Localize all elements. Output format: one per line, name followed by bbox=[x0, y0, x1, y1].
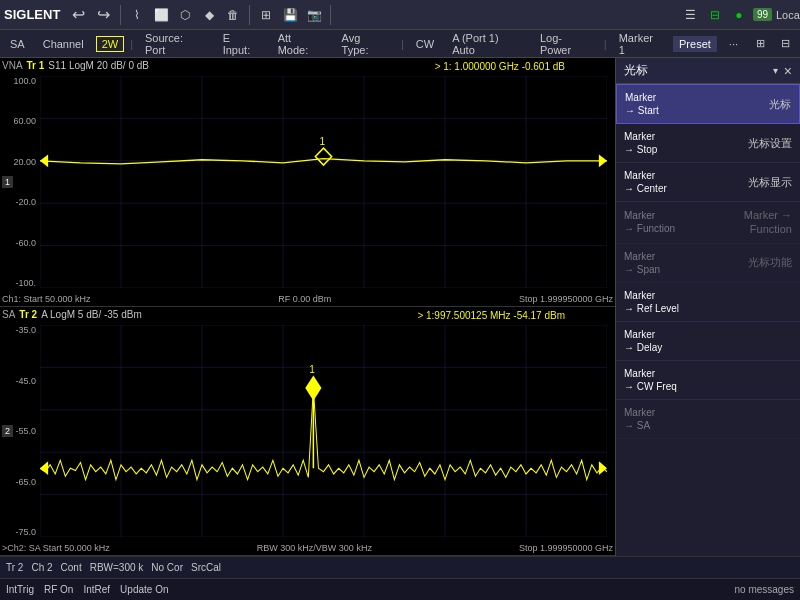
mode-cw[interactable]: CW bbox=[410, 36, 440, 52]
rp-center-label: Marker bbox=[624, 169, 667, 182]
battery-indicator: 99 bbox=[753, 8, 772, 21]
rp-item-marker-span[interactable]: Marker → Span 光标功能 bbox=[616, 244, 800, 283]
source-label[interactable]: Source: Port bbox=[139, 30, 211, 58]
chart1-trace: Tr 1 bbox=[27, 60, 45, 71]
status-rf: RF On bbox=[44, 584, 73, 595]
right-panel: 光标 ▾ × Marker → Start 光标 Marker → Stop 光… bbox=[615, 58, 800, 556]
toolbar: SIGLENT ↩ ↪ ⌇ ⬜ ⬡ ◆ 🗑 ⊞ 💾 📷 ☰ ⊟ ● 99 Loc… bbox=[0, 0, 800, 30]
more-button[interactable]: ··· bbox=[723, 36, 744, 52]
y1-0: 100.0 bbox=[0, 76, 38, 86]
rp-item-marker-function[interactable]: Marker → Function Marker → Function bbox=[616, 202, 800, 244]
chart1-footer: Ch1: Start 50.000 kHz RF 0.00 dBm Stop 1… bbox=[2, 294, 613, 304]
rp-center-arrow: → Center bbox=[624, 182, 667, 195]
save-icon[interactable]: 💾 bbox=[280, 5, 300, 25]
toolbar2: SA Channel 2W | Source: Port E Input: At… bbox=[0, 30, 800, 58]
separator3 bbox=[330, 5, 331, 25]
rp-expand[interactable]: ▾ bbox=[773, 65, 778, 76]
grid-btn[interactable]: ⊞ bbox=[750, 35, 771, 52]
svg-marker-33 bbox=[599, 461, 607, 475]
chart2-rbw: RBW 300 kHz/VBW 300 kHz bbox=[257, 543, 372, 553]
chart2-svg[interactable]: 1 bbox=[40, 325, 607, 537]
y1-4: -60.0 bbox=[0, 238, 38, 248]
camera-icon[interactable]: 📷 bbox=[304, 5, 324, 25]
channel-label[interactable]: Channel bbox=[37, 36, 90, 52]
main-area: 1 VNA Tr 1 S11 LogM 20 dB/ 0 dB > 1: 1.0… bbox=[0, 58, 800, 556]
rp-item-marker-sa[interactable]: Marker → SA bbox=[616, 400, 800, 439]
box-icon[interactable]: ⬜ bbox=[151, 5, 171, 25]
y1-2: 20.00 bbox=[0, 157, 38, 167]
chart2-mode: SA bbox=[2, 309, 15, 320]
status-cor: No Cor bbox=[151, 562, 183, 573]
chart1-num: 1 bbox=[2, 176, 13, 188]
status-srccal: SrcCal bbox=[191, 562, 221, 573]
input-label[interactable]: E Input: bbox=[217, 30, 266, 58]
grid-icon[interactable]: ⊞ bbox=[256, 5, 276, 25]
chart-panel-1: 1 VNA Tr 1 S11 LogM 20 dB/ 0 dB > 1: 1.0… bbox=[0, 58, 615, 307]
svg-marker-15 bbox=[599, 154, 607, 167]
rp-ref-label: Marker bbox=[624, 289, 679, 302]
delete-icon[interactable]: 🗑 bbox=[223, 5, 243, 25]
marker1-label[interactable]: Marker 1 bbox=[613, 30, 667, 58]
rp-item-marker-center[interactable]: Marker → Center 光标显示 bbox=[616, 163, 800, 202]
layout-btn[interactable]: ⊟ bbox=[775, 35, 796, 52]
rp-item-marker-delay[interactable]: Marker → Delay bbox=[616, 322, 800, 361]
rp-item-marker-stop[interactable]: Marker → Stop 光标设置 bbox=[616, 124, 800, 163]
rp-item3-right2: Function bbox=[744, 222, 792, 236]
rp-stop-label: Marker bbox=[624, 130, 657, 143]
sep: | bbox=[130, 38, 133, 50]
rp-item1-right: 光标设置 bbox=[748, 136, 792, 151]
chart1-svg[interactable]: 1 bbox=[40, 76, 607, 288]
mode-sa[interactable]: SA bbox=[4, 36, 31, 52]
rp-item-marker-reflevel[interactable]: Marker → Ref Level bbox=[616, 283, 800, 322]
chart1-start: Ch1: Start 50.000 kHz bbox=[2, 294, 91, 304]
svg-marker-32 bbox=[40, 461, 48, 475]
rp-delay-arrow: → Delay bbox=[624, 341, 662, 354]
charts-area: 1 VNA Tr 1 S11 LogM 20 dB/ 0 dB > 1: 1.0… bbox=[0, 58, 615, 556]
preset-button[interactable]: Preset bbox=[673, 36, 717, 52]
redo-button[interactable]: ↪ bbox=[93, 3, 114, 26]
chart-panel-2: 2 SA Tr 2 A LogM 5 dB/ -35 dBm > 1:997.5… bbox=[0, 307, 615, 556]
log-power[interactable]: Log-Power bbox=[534, 30, 598, 58]
y2-4: -75.0 bbox=[0, 527, 38, 537]
rp-span-label: Marker bbox=[624, 250, 660, 263]
undo-button[interactable]: ↩ bbox=[68, 3, 89, 26]
status-trig: IntTrig bbox=[6, 584, 34, 595]
status-bar-2: IntTrig RF On IntRef Update On no messag… bbox=[0, 578, 800, 600]
menu-icon[interactable]: ☰ bbox=[681, 5, 701, 25]
network-icon[interactable]: ⊟ bbox=[705, 5, 725, 25]
diamond-icon[interactable]: ◆ bbox=[199, 5, 219, 25]
rp-item3-right1: Marker → bbox=[744, 208, 792, 222]
status-tr: Tr 2 bbox=[6, 562, 23, 573]
rp-marker-start-label: Marker bbox=[625, 91, 659, 104]
rp-item-left: Marker → Start bbox=[625, 91, 659, 117]
rp-ref-arrow: → Ref Level bbox=[624, 302, 679, 315]
chart2-trace: Tr 2 bbox=[19, 309, 37, 320]
y1-3: -20.0 bbox=[0, 197, 38, 207]
chart2-stop: Stop 1.999950000 GHz bbox=[519, 543, 613, 553]
rp-item0-right: 光标 bbox=[769, 97, 791, 112]
hex-icon[interactable]: ⬡ bbox=[175, 5, 195, 25]
chart1-grid: 1 bbox=[40, 76, 607, 288]
rp-sa-label: Marker bbox=[624, 406, 655, 419]
rp-item-marker-start[interactable]: Marker → Start 光标 bbox=[616, 84, 800, 124]
chart1-info: S11 LogM 20 dB/ 0 dB bbox=[48, 60, 149, 71]
wifi-icon[interactable]: ● bbox=[729, 5, 749, 25]
sep3: | bbox=[604, 38, 607, 50]
port-label[interactable]: A (Port 1) Auto bbox=[446, 30, 528, 58]
svg-text:1: 1 bbox=[309, 363, 315, 376]
y1-1: 60.00 bbox=[0, 116, 38, 126]
y2-0: -35.0 bbox=[0, 325, 38, 335]
chart1-mode: VNA bbox=[2, 60, 23, 71]
chart2-info: A LogM 5 dB/ -35 dBm bbox=[41, 309, 142, 320]
status-sweep: Cont bbox=[61, 562, 82, 573]
att-label[interactable]: Att Mode: bbox=[272, 30, 330, 58]
chart2-num: 2 bbox=[2, 425, 13, 437]
rp-item-marker-cwfreq[interactable]: Marker → CW Freq bbox=[616, 361, 800, 400]
chart2-start: >Ch2: SA Start 50.000 kHz bbox=[2, 543, 110, 553]
rp-header: 光标 ▾ × bbox=[616, 58, 800, 84]
rp-title: 光标 bbox=[624, 62, 648, 79]
rp-close-button[interactable]: × bbox=[784, 63, 792, 79]
channel-num[interactable]: 2W bbox=[96, 36, 125, 52]
waveform-icon[interactable]: ⌇ bbox=[127, 5, 147, 25]
avg-label[interactable]: Avg Type: bbox=[336, 30, 395, 58]
